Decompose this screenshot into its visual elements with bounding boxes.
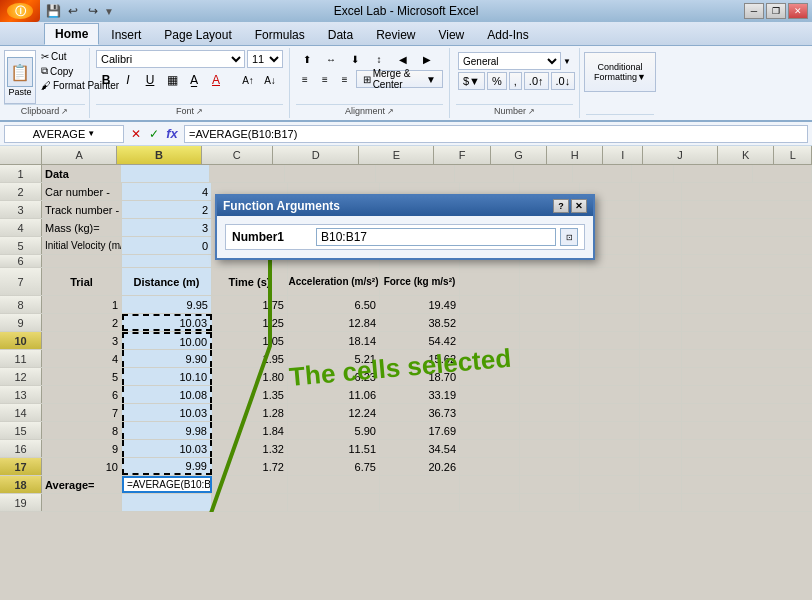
cell-d17[interactable]: 6.75: [288, 458, 380, 475]
dialog-collapse-button[interactable]: ⊡: [560, 228, 578, 246]
comma-button[interactable]: ,: [509, 72, 522, 90]
cell-f18[interactable]: [460, 476, 520, 493]
align-bottom-button[interactable]: ⬇: [344, 50, 366, 68]
cell-i10[interactable]: [640, 332, 682, 349]
cell-e7[interactable]: Force (kg m/s²): [380, 268, 460, 295]
tab-add-ins[interactable]: Add-Ins: [476, 24, 539, 45]
cell-i1[interactable]: [632, 165, 674, 182]
redo-button[interactable]: ↪: [84, 2, 102, 20]
cell-d13[interactable]: 11.06: [288, 386, 380, 403]
cell-a7[interactable]: Trial: [42, 268, 122, 295]
cell-a14[interactable]: 7: [42, 404, 122, 421]
cell-c10[interactable]: 1.05: [212, 332, 288, 349]
dialog-close-button[interactable]: ✕: [571, 199, 587, 213]
tab-formulas[interactable]: Formulas: [244, 24, 316, 45]
cell-c17[interactable]: 1.72: [212, 458, 288, 475]
cell-d19[interactable]: [288, 494, 380, 511]
cell-h14[interactable]: [580, 404, 640, 421]
cell-c16[interactable]: 1.32: [212, 440, 288, 457]
cell-c13[interactable]: 1.35: [212, 386, 288, 403]
cell-h11[interactable]: [580, 350, 640, 367]
cell-e16[interactable]: 34.54: [380, 440, 460, 457]
text-direction-button[interactable]: ↕: [368, 50, 390, 68]
col-header-i[interactable]: I: [603, 146, 642, 164]
cell-f13[interactable]: [460, 386, 520, 403]
cell-g19[interactable]: [520, 494, 580, 511]
cell-b3[interactable]: 2: [122, 201, 212, 218]
cell-i19[interactable]: [640, 494, 682, 511]
cell-k1[interactable]: [753, 165, 812, 182]
col-header-g[interactable]: G: [491, 146, 547, 164]
tab-page-layout[interactable]: Page Layout: [153, 24, 242, 45]
save-button[interactable]: 💾: [44, 2, 62, 20]
cancel-formula-button[interactable]: ✕: [128, 126, 144, 142]
merge-center-button[interactable]: ⊞ Merge & Center ▼: [356, 70, 443, 88]
cell-a11[interactable]: 4: [42, 350, 122, 367]
cell-f16[interactable]: [460, 440, 520, 457]
cell-i12[interactable]: [640, 368, 682, 385]
cell-e14[interactable]: 36.73: [380, 404, 460, 421]
cell-g12[interactable]: [520, 368, 580, 385]
col-header-k[interactable]: K: [718, 146, 774, 164]
minimize-button[interactable]: ─: [744, 3, 764, 19]
cell-c1[interactable]: [210, 165, 285, 182]
dialog-help-button[interactable]: ?: [553, 199, 569, 213]
cell-a5[interactable]: Initial Velocity (m/s)-: [42, 237, 122, 254]
increase-decimal-button[interactable]: .0↑: [524, 72, 549, 90]
cell-d15[interactable]: 5.90: [288, 422, 380, 439]
cell-d10[interactable]: 18.14: [288, 332, 380, 349]
align-middle-button[interactable]: ↔: [320, 50, 342, 68]
tab-view[interactable]: View: [427, 24, 475, 45]
decrease-font-button[interactable]: A↓: [260, 70, 280, 90]
cell-c9[interactable]: 1.25: [212, 314, 288, 331]
col-header-h[interactable]: H: [547, 146, 603, 164]
cell-d1[interactable]: [285, 165, 376, 182]
office-button[interactable]: Ⓘ: [0, 0, 40, 22]
tab-insert[interactable]: Insert: [100, 24, 152, 45]
cell-g16[interactable]: [520, 440, 580, 457]
conditional-formatting-button[interactable]: Conditional Formatting▼: [584, 52, 656, 92]
restore-button[interactable]: ❐: [766, 3, 786, 19]
cell-a8[interactable]: 1: [42, 296, 122, 313]
font-size-select[interactable]: 11: [247, 50, 283, 68]
cell-h9[interactable]: [580, 314, 640, 331]
cell-h7[interactable]: [580, 268, 640, 295]
cell-c15[interactable]: 1.84: [212, 422, 288, 439]
cell-h16[interactable]: [580, 440, 640, 457]
name-box[interactable]: AVERAGE ▼: [4, 125, 124, 143]
col-header-f[interactable]: F: [434, 146, 490, 164]
col-header-d[interactable]: D: [273, 146, 359, 164]
cell-b18[interactable]: =AVERAGE(B10:B17): [122, 476, 212, 493]
cell-d14[interactable]: 12.24: [288, 404, 380, 421]
font-expand-icon[interactable]: ↗: [196, 107, 203, 116]
cell-d9[interactable]: 12.84: [288, 314, 380, 331]
cell-e9[interactable]: 38.52: [380, 314, 460, 331]
cell-b5[interactable]: 0: [122, 237, 212, 254]
cell-a12[interactable]: 5: [42, 368, 122, 385]
cell-i5[interactable]: [640, 237, 682, 254]
cell-b15[interactable]: 9.98: [122, 422, 212, 439]
cell-i2[interactable]: [640, 183, 682, 200]
cell-b16[interactable]: 10.03: [122, 440, 212, 457]
cell-b19[interactable]: [122, 494, 212, 511]
close-button[interactable]: ✕: [788, 3, 808, 19]
dialog-number1-input[interactable]: [316, 228, 556, 246]
cell-h17[interactable]: [580, 458, 640, 475]
cell-j1[interactable]: [674, 165, 753, 182]
cell-a19[interactable]: [42, 494, 122, 511]
cell-g10[interactable]: [520, 332, 580, 349]
cell-b6[interactable]: [122, 255, 212, 267]
cell-b2[interactable]: 4: [122, 183, 212, 200]
undo-button[interactable]: ↩: [64, 2, 82, 20]
formula-input[interactable]: [184, 125, 808, 143]
cell-b17[interactable]: 9.99: [122, 458, 212, 475]
cell-i13[interactable]: [640, 386, 682, 403]
cell-d11[interactable]: 5.21: [288, 350, 380, 367]
cell-b11[interactable]: 9.90: [122, 350, 212, 367]
percent-button[interactable]: %: [487, 72, 507, 90]
cell-d12[interactable]: 6.23: [288, 368, 380, 385]
cell-h15[interactable]: [580, 422, 640, 439]
cell-e19[interactable]: [380, 494, 460, 511]
cell-g14[interactable]: [520, 404, 580, 421]
cell-g8[interactable]: [520, 296, 580, 313]
